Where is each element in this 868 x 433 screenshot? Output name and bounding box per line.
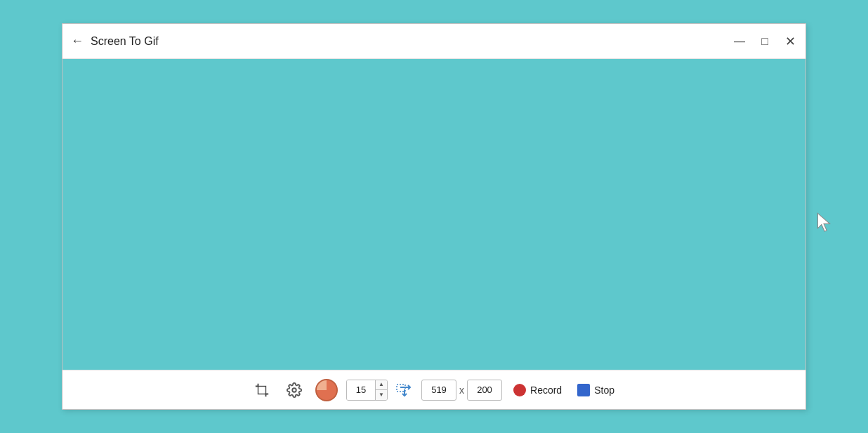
fps-group: ▲ ▼: [346, 380, 388, 401]
title-bar: ← Screen To Gif — □ ✕: [63, 24, 805, 59]
close-button[interactable]: ✕: [783, 34, 797, 49]
width-input[interactable]: [421, 380, 456, 401]
timer-icon: [315, 379, 338, 401]
main-window: ← Screen To Gif — □ ✕: [62, 23, 806, 410]
cursor-overlay: [815, 212, 832, 235]
title-bar-left: ← Screen To Gif: [71, 34, 732, 49]
height-input[interactable]: [467, 380, 502, 401]
minimize-button[interactable]: —: [732, 34, 747, 49]
toolbar: ▲ ▼ x Record: [63, 370, 805, 409]
stop-square-icon: [577, 384, 590, 396]
crop-button[interactable]: [249, 377, 275, 403]
back-button[interactable]: ←: [71, 34, 84, 49]
window-title: Screen To Gif: [91, 35, 159, 48]
fps-input[interactable]: [347, 380, 375, 400]
record-label: Record: [530, 384, 562, 396]
maximize-button[interactable]: □: [758, 34, 772, 49]
dimension-group: x: [421, 380, 502, 401]
capture-area: [63, 59, 805, 370]
gear-icon: [287, 382, 302, 398]
timer-button[interactable]: [314, 377, 339, 403]
dimension-separator: x: [459, 384, 464, 396]
svg-point-1: [292, 388, 296, 392]
crop-icon: [254, 382, 270, 398]
record-dot-icon: [513, 384, 526, 396]
stop-label: Stop: [594, 384, 614, 396]
fps-up-button[interactable]: ▲: [376, 380, 387, 391]
resize-arrows-icon: [395, 382, 414, 398]
window-controls: — □ ✕: [732, 34, 797, 49]
settings-button[interactable]: [282, 377, 307, 403]
stop-button[interactable]: Stop: [573, 381, 619, 399]
resize-icon: [395, 380, 414, 400]
fps-spinners: ▲ ▼: [375, 380, 387, 400]
svg-rect-0: [258, 386, 266, 394]
record-button[interactable]: Record: [509, 381, 566, 399]
fps-down-button[interactable]: ▼: [376, 390, 387, 400]
mouse-cursor-icon: [815, 212, 832, 233]
